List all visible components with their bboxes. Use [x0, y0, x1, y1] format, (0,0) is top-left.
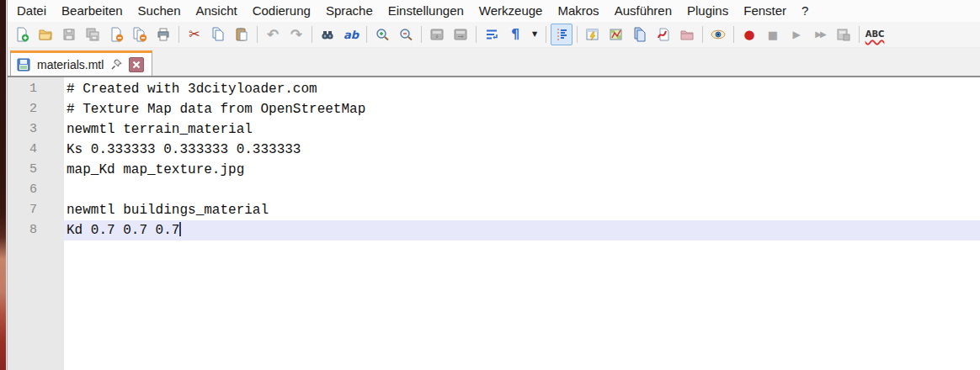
macro-play-button[interactable]: ▶	[786, 24, 807, 45]
tab-close-button[interactable]	[129, 57, 144, 72]
zoom-out-icon	[398, 27, 413, 42]
menu-suchen[interactable]: Suchen	[130, 0, 189, 22]
close-file-icon	[109, 27, 124, 42]
zoom-in-button[interactable]	[371, 24, 393, 45]
redo-button[interactable]: ↷	[285, 24, 307, 45]
print-button[interactable]	[152, 24, 174, 45]
menu-werkzeuge[interactable]: Werkzeuge	[471, 0, 551, 22]
zoom-out-button[interactable]	[395, 24, 417, 45]
file-monitoring-button[interactable]	[652, 24, 674, 45]
save-all-button[interactable]	[82, 24, 104, 45]
code-line-text: newmtl terrain_material	[67, 122, 253, 137]
editor-area[interactable]: 1 2 3 4 5 6 7 8 # Created with 3dcityloa…	[8, 77, 980, 370]
code-line[interactable]: # Created with 3dcityloader.com	[64, 79, 980, 99]
code-line[interactable]: # Texture Map data from OpenStreetMap	[64, 99, 980, 119]
open-folder-icon	[38, 27, 53, 42]
save-button[interactable]	[58, 24, 80, 45]
macro-save-button[interactable]	[833, 24, 855, 45]
new-file-button[interactable]	[11, 24, 33, 45]
cut-icon: ✂	[189, 28, 200, 41]
spell-check-button[interactable]: ABC	[864, 24, 886, 45]
copy-button[interactable]	[207, 24, 229, 45]
menu-bar: Datei Bearbeiten Suchen Ansicht Codierun…	[8, 0, 980, 22]
line-number: 7	[8, 200, 64, 220]
word-wrap-button[interactable]	[481, 24, 503, 45]
code-line[interactable]	[64, 180, 980, 200]
record-icon: ●	[743, 29, 754, 41]
pin-icon[interactable]	[109, 58, 123, 71]
close-all-icon	[132, 27, 147, 42]
find-button[interactable]	[317, 24, 338, 45]
saved-floppy-icon	[16, 57, 31, 72]
paste-icon	[234, 27, 249, 42]
menu-makros[interactable]: Makros	[550, 0, 606, 22]
menu-ausfuehren[interactable]: Ausführen	[607, 0, 679, 22]
code-line-text: Kd 0.7 0.7 0.7	[67, 223, 179, 238]
menu-einstellungen[interactable]: Einstellungen	[381, 0, 471, 22]
code-line-text: # Created with 3dcityloader.com	[67, 82, 317, 97]
redo-icon: ↷	[290, 28, 302, 42]
toolbar-separator	[476, 26, 477, 43]
spell-check-icon: ABC	[865, 30, 885, 39]
menu-fenster[interactable]: Fenster	[736, 0, 794, 22]
paragraph-icon: ¶	[511, 28, 519, 41]
code-line-text: # Texture Map data from OpenStreetMap	[67, 102, 365, 117]
eye-icon	[710, 27, 727, 42]
menu-ansicht[interactable]: Ansicht	[188, 0, 244, 22]
indent-guide-icon	[554, 27, 569, 42]
toolbar-separator	[421, 26, 422, 43]
menu-plugins[interactable]: Plugins	[679, 0, 736, 22]
text-caret	[179, 222, 181, 236]
sync-scroll-vertical-button[interactable]	[426, 24, 448, 45]
toolbar-separator	[312, 26, 312, 43]
code-line-text: newmtl buildings_material	[67, 203, 269, 218]
code-line[interactable]: Ks 0.333333 0.333333 0.333333	[64, 140, 980, 160]
undo-button[interactable]: ↶	[262, 24, 284, 45]
document-map-icon	[609, 27, 624, 42]
open-file-button[interactable]	[35, 24, 56, 45]
line-number: 2	[8, 99, 64, 119]
toolbar-separator	[702, 26, 703, 43]
cut-button[interactable]: ✂	[184, 24, 205, 45]
show-all-characters-button[interactable]: ¶	[504, 24, 526, 45]
toolbar-separator	[859, 26, 860, 43]
main-window: Datei Bearbeiten Suchen Ansicht Codierun…	[8, 0, 980, 370]
macro-record-button[interactable]: ●	[738, 24, 760, 45]
chevron-down-icon: ▼	[532, 31, 537, 38]
code-line[interactable]: map_Kd map_texture.jpg	[64, 160, 980, 180]
function-list-button[interactable]	[582, 24, 604, 45]
code-line[interactable]: newmtl terrain_material	[64, 119, 980, 140]
sync-scroll-horizontal-button[interactable]	[450, 24, 471, 45]
play-icon: ▶	[792, 29, 800, 40]
macro-run-multiple-button[interactable]: ▶▶	[809, 24, 831, 45]
sync-scroll-horizontal-icon	[453, 27, 468, 42]
close-icon	[132, 61, 141, 69]
code-line-text: map_Kd map_texture.jpg	[67, 162, 244, 177]
stop-icon: ■	[768, 29, 778, 40]
menu-bearbeiten[interactable]: Bearbeiten	[54, 0, 130, 22]
fast-forward-icon: ▶▶	[815, 30, 824, 39]
menu-hilfe[interactable]: ?	[794, 0, 816, 22]
paste-button[interactable]	[231, 24, 253, 45]
code-text-area[interactable]: # Created with 3dcityloader.com # Textur…	[64, 77, 980, 370]
macro-stop-button[interactable]: ■	[762, 24, 784, 45]
menu-codierung[interactable]: Codierung	[245, 0, 318, 22]
project-folder-button[interactable]	[676, 24, 698, 45]
replace-button[interactable]: ab	[340, 24, 362, 45]
tab-materials-mtl[interactable]: materials.mtl	[10, 50, 152, 76]
save-all-icon	[85, 27, 100, 42]
indent-guide-button[interactable]	[551, 24, 573, 45]
document-map-button[interactable]	[605, 24, 627, 45]
paragraph-dropdown-button[interactable]: ▼	[528, 24, 541, 45]
replace-icon: ab	[344, 29, 359, 40]
code-line-current[interactable]: Kd 0.7 0.7 0.7	[64, 220, 980, 240]
preview-eye-button[interactable]	[707, 24, 729, 45]
macro-save-icon	[836, 27, 851, 42]
code-line[interactable]: newmtl buildings_material	[64, 200, 980, 220]
close-file-button[interactable]	[105, 24, 127, 45]
document-switcher-button[interactable]	[629, 24, 651, 45]
close-all-button[interactable]	[129, 24, 151, 45]
menu-sprache[interactable]: Sprache	[318, 0, 381, 22]
file-monitoring-icon	[656, 27, 671, 42]
menu-datei[interactable]: Datei	[9, 0, 54, 22]
